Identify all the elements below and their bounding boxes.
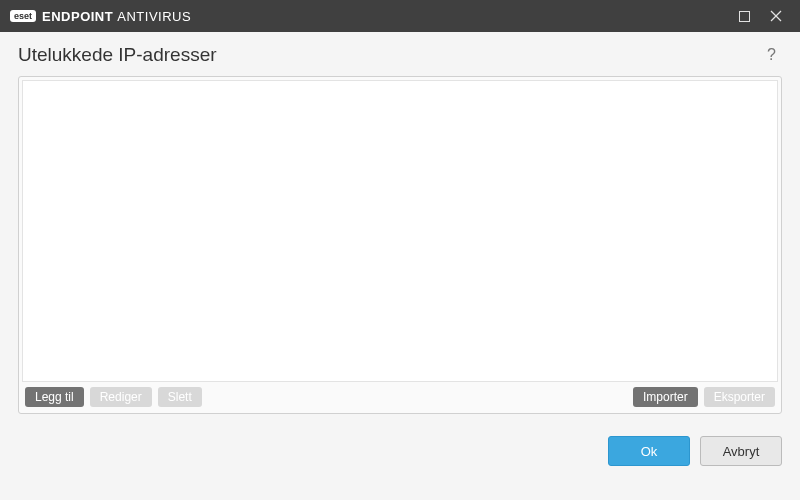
maximize-icon xyxy=(739,11,750,22)
app-brand: eset ENDPOINT ANTIVIRUS xyxy=(10,9,191,24)
content-area: Utelukkede IP-adresser ? Legg til Redige… xyxy=(0,32,800,414)
page-title: Utelukkede IP-adresser xyxy=(18,44,217,66)
brand-text: ENDPOINT ANTIVIRUS xyxy=(42,9,191,24)
brand-badge: eset xyxy=(10,10,36,22)
ip-list-panel: Legg til Rediger Slett Importer Eksporte… xyxy=(18,76,782,414)
cancel-button[interactable]: Avbryt xyxy=(700,436,782,466)
titlebar: eset ENDPOINT ANTIVIRUS xyxy=(0,0,800,32)
ok-button[interactable]: Ok xyxy=(608,436,690,466)
close-icon xyxy=(770,10,782,22)
dialog-footer: Ok Avbryt xyxy=(0,414,800,484)
delete-button[interactable]: Slett xyxy=(158,387,202,407)
help-button[interactable]: ? xyxy=(761,44,782,66)
export-button[interactable]: Eksporter xyxy=(704,387,775,407)
page-header: Utelukkede IP-adresser ? xyxy=(18,44,782,66)
add-button[interactable]: Legg til xyxy=(25,387,84,407)
close-button[interactable] xyxy=(760,0,792,32)
maximize-button[interactable] xyxy=(728,0,760,32)
panel-toolbar: Legg til Rediger Slett Importer Eksporte… xyxy=(22,382,778,410)
edit-button[interactable]: Rediger xyxy=(90,387,152,407)
svg-rect-0 xyxy=(739,11,749,21)
import-button[interactable]: Importer xyxy=(633,387,698,407)
ip-listbox[interactable] xyxy=(22,80,778,382)
